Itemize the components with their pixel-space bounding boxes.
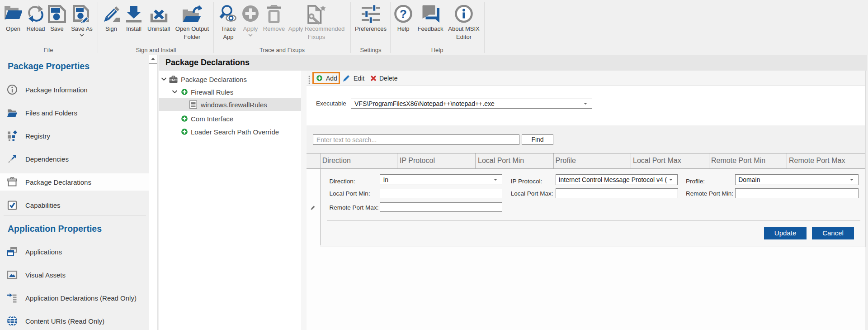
svg-text:?: ?	[400, 7, 407, 21]
